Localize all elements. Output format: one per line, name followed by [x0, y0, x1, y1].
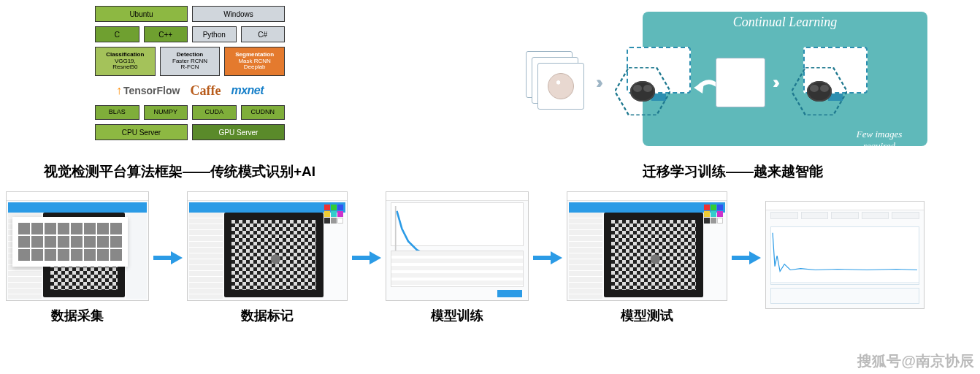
stage-result	[765, 201, 925, 315]
lib-numpy: NUMPY	[144, 105, 188, 120]
chevron-right-icon: ››	[773, 72, 776, 93]
server-gpu: GPU Server	[192, 124, 285, 140]
training-images-stack	[526, 51, 589, 114]
screenshot-model-training	[386, 191, 529, 301]
metric-chart	[770, 226, 919, 285]
lib-blas: BLAS	[95, 105, 139, 120]
algorithm-stack: Ubuntu Windows C C++ Python C# Classific…	[95, 6, 285, 159]
loss-chart	[391, 202, 524, 246]
framework-tensorflow: ↑TensorFlow	[116, 84, 180, 97]
arrow-right-icon	[730, 249, 762, 267]
os-windows: Windows	[192, 6, 285, 22]
stage-data-collection: 数据采集	[6, 191, 149, 324]
training-module	[606, 42, 708, 123]
stage-label: 数据采集	[51, 307, 104, 324]
few-shot-image	[716, 58, 765, 107]
model-classification: ClassificationVGG19,Resnet50	[95, 47, 156, 76]
svg-marker-1	[694, 82, 704, 94]
color-palette	[703, 204, 725, 230]
screenshot-model-testing	[567, 191, 727, 301]
training-log	[391, 251, 524, 287]
color-palette	[324, 204, 345, 230]
lang-c: C	[95, 26, 139, 42]
model-hex-icon	[792, 67, 847, 115]
lib-cudnn: CUDNN	[241, 105, 286, 120]
stage-model-testing: 模型测试	[567, 191, 727, 324]
model-detection: DetectionFaster RCNNR-FCN	[160, 47, 221, 76]
stage-label: 模型训练	[431, 307, 483, 324]
os-ubuntu: Ubuntu	[95, 6, 188, 22]
caption-right: 迁移学习训练——越来越智能	[643, 162, 823, 181]
watermark: 搜狐号@南京协辰	[857, 351, 974, 371]
stage-data-labeling: 数据标记	[187, 191, 348, 324]
summary-panel	[770, 288, 919, 304]
screenshot-data-labeling	[187, 191, 348, 301]
stage-label: 数据标记	[241, 307, 294, 324]
lang-cpp: C++	[144, 26, 188, 42]
caption-left: 视觉检测平台算法框架——传统模式识别+AI	[44, 162, 548, 181]
model-hex-icon	[615, 67, 670, 115]
server-cpu: CPU Server	[95, 124, 188, 140]
framework-caffe: Caffe	[190, 83, 221, 99]
lang-python: Python	[192, 26, 237, 42]
few-images-label: Few imagesrequired	[835, 129, 923, 152]
model-segmentation: SegmentationMask RCNNDeeplab	[224, 47, 285, 76]
params-row	[770, 212, 919, 224]
lang-csharp: C#	[241, 26, 286, 42]
stage-label: 模型测试	[621, 307, 673, 324]
action-button[interactable]	[497, 290, 522, 297]
training-pipeline: 数据采集 数据标记	[0, 187, 980, 329]
brain-icon	[807, 81, 832, 102]
updated-model-module	[783, 42, 878, 123]
chevron-right-icon: ››	[596, 72, 599, 93]
arrow-right-icon	[532, 249, 564, 267]
continual-banner: Continual Learning	[643, 12, 927, 33]
thumbnail-grid	[12, 217, 128, 267]
stage-model-training: 模型训练	[386, 191, 529, 324]
lib-cuda: CUDA	[192, 105, 237, 120]
framework-mxnet: mxnet	[231, 84, 264, 97]
framework-row: ↑TensorFlow Caffe mxnet	[95, 80, 285, 101]
arrow-right-icon	[351, 249, 383, 267]
arrow-right-icon	[152, 249, 184, 267]
continual-learning-diagram: Continual Learning ››	[518, 6, 964, 159]
screenshot-result	[765, 201, 925, 309]
brain-icon	[630, 81, 655, 102]
apple-icon	[548, 73, 574, 99]
screenshot-data-collection	[6, 191, 149, 301]
